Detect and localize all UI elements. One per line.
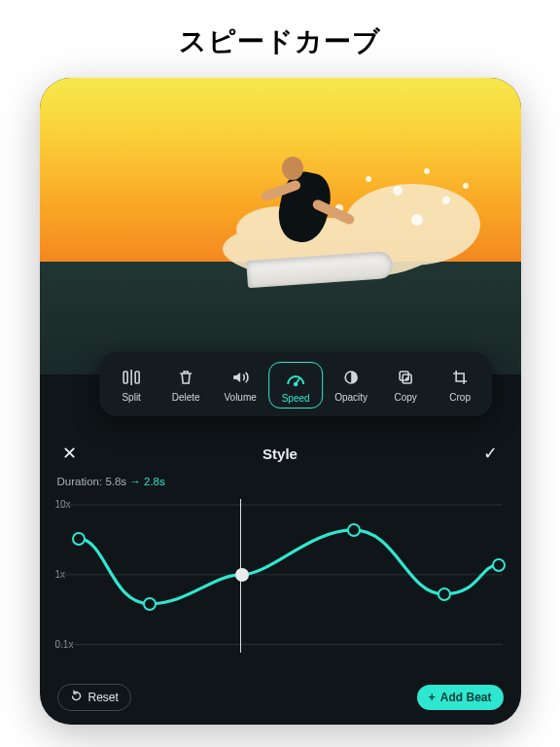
duration-readout: Duration: 5.8s → 2.8s	[57, 476, 504, 487]
opacity-icon	[340, 368, 362, 387]
reset-label: Reset	[88, 691, 119, 704]
curve-keyframe[interactable]	[347, 523, 361, 537]
tool-label: Crop	[449, 392, 471, 403]
confirm-button[interactable]: ✓	[477, 441, 503, 466]
video-preview[interactable]	[40, 78, 521, 374]
speed-panel: ✕ Style ✓ Duration: 5.8s → 2.8s 10x 1x 0…	[40, 433, 521, 725]
plus-icon: +	[429, 691, 436, 704]
speedometer-icon	[285, 369, 306, 388]
volume-button[interactable]: Volume	[214, 362, 266, 409]
curve-keyframe[interactable]	[72, 532, 86, 546]
trash-icon	[175, 368, 196, 387]
tool-label: Speed	[282, 393, 310, 404]
speed-curve-chart[interactable]: 10x 1x 0.1x	[57, 497, 504, 653]
copy-button[interactable]: Copy	[379, 362, 432, 409]
delete-button[interactable]: Delete	[159, 362, 212, 409]
check-icon: ✓	[483, 443, 498, 464]
add-beat-button[interactable]: + Add Beat	[417, 685, 504, 710]
svg-point-14	[295, 383, 298, 386]
split-button[interactable]: Split	[105, 362, 158, 409]
reset-icon	[70, 690, 83, 705]
curve-keyframe-active[interactable]	[235, 568, 249, 582]
tool-label: Copy	[394, 392, 416, 403]
svg-rect-11	[135, 372, 139, 383]
preview-surfer	[251, 149, 358, 295]
duration-from: 5.8s	[105, 476, 126, 487]
tool-label: Opacity	[334, 392, 368, 403]
svg-rect-10	[123, 372, 127, 383]
tool-label: Volume	[224, 392, 256, 403]
copy-icon	[395, 368, 416, 387]
duration-to: 2.8s	[144, 476, 165, 487]
arrow-right-icon: →	[129, 476, 141, 487]
crop-button[interactable]: Crop	[434, 362, 486, 409]
speed-button[interactable]: Speed	[268, 362, 323, 409]
curve-svg	[57, 497, 504, 653]
tool-label: Split	[122, 392, 140, 403]
opacity-button[interactable]: Opacity	[325, 362, 377, 409]
split-icon	[121, 368, 142, 387]
volume-icon	[229, 368, 251, 387]
panel-title: Style	[262, 445, 298, 462]
add-beat-label: Add Beat	[440, 691, 492, 704]
curve-keyframe[interactable]	[492, 558, 506, 572]
reset-button[interactable]: Reset	[57, 684, 131, 711]
device-frame: Split Delete Volume	[40, 78, 521, 725]
tool-label: Delete	[172, 392, 200, 403]
close-button[interactable]: ✕	[57, 441, 83, 466]
edit-toolbar: Split Delete Volume	[99, 352, 492, 416]
page-title: スピードカーブ	[179, 23, 381, 60]
curve-keyframe[interactable]	[143, 597, 157, 611]
close-icon: ✕	[62, 443, 77, 464]
duration-label: Duration:	[57, 476, 103, 487]
curve-keyframe[interactable]	[438, 587, 451, 601]
crop-icon	[449, 368, 471, 387]
